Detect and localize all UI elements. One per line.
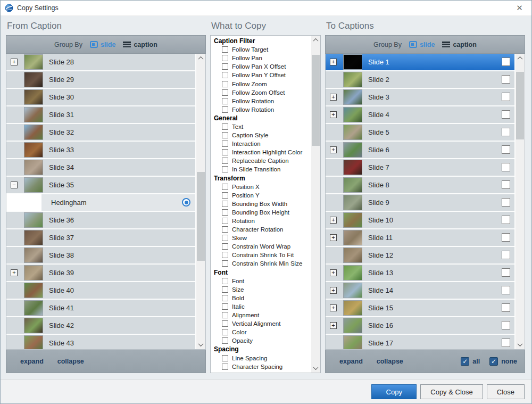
copy-option[interactable]: Alignment [214,311,311,319]
check-none-button[interactable]: ✓ none [489,357,517,366]
option-checkbox[interactable] [222,218,228,224]
copy-option[interactable]: Follow Target [214,45,311,54]
scroll-up-icon[interactable] [196,54,205,63]
slide-row[interactable]: +Slide 14 [326,282,514,299]
slide-row[interactable]: +Slide 15 [326,300,514,316]
scroll-up-icon[interactable] [311,36,320,45]
copy-option[interactable]: Follow Zoom Offset [214,88,311,97]
copy-option[interactable]: Replaceable Caption [214,156,311,165]
slide-row[interactable]: Slide 41 [6,300,195,316]
slide-checkbox[interactable] [502,110,510,119]
slide-row[interactable]: Slide 37 [6,229,195,246]
option-checkbox[interactable] [222,72,228,78]
copy-option[interactable]: Constrain Shrink To Fit [214,251,311,259]
option-checkbox[interactable] [222,192,228,199]
copy-option[interactable]: Bounding Box Width [214,200,311,208]
slide-row[interactable]: Slide 17 [326,335,514,349]
option-checkbox[interactable] [222,226,228,233]
option-checkbox[interactable] [222,337,228,344]
slide-row[interactable]: Slide 43 [6,335,195,349]
copy-option[interactable]: Rotation [214,217,311,225]
slide-row[interactable]: Slide 30 [6,89,195,105]
group-by-caption-button[interactable]: caption [442,41,476,48]
copy-option[interactable]: In Slide Transition [214,165,311,174]
caption-radio-selected[interactable] [182,198,190,207]
collapse-icon[interactable]: − [11,182,18,188]
slide-checkbox[interactable] [502,163,510,171]
slide-row[interactable]: Slide 33 [6,142,195,158]
slide-row[interactable]: +Slide 13 [326,265,514,281]
caption-row[interactable]: Hedingham [6,194,195,211]
copy-option[interactable]: Constrain Shrink Min Size [214,259,311,268]
from-list-scrollbar[interactable] [196,54,205,349]
scrollbar-thumb[interactable] [516,72,524,140]
copy-option[interactable]: Character Rotation [214,225,311,234]
slide-checkbox[interactable] [502,286,510,294]
copy-option[interactable]: Color [214,328,311,336]
copy-button[interactable]: Copy [371,384,417,399]
to-list-scrollbar[interactable] [516,54,525,349]
expand-icon[interactable]: + [330,111,337,118]
copy-option[interactable]: Follow Zoom [214,79,311,88]
copy-option[interactable]: Follow Pan Y Offset [214,71,311,79]
slide-row[interactable]: Slide 36 [6,212,195,228]
slide-checkbox[interactable] [502,268,510,277]
expand-icon[interactable]: + [330,59,337,65]
slide-row[interactable]: Slide 2 [326,71,514,88]
slide-row[interactable]: Slide 42 [6,317,195,334]
scrollbar-thumb[interactable] [197,172,205,261]
slide-row[interactable]: +Slide 39 [6,265,195,281]
group-by-slide-button[interactable]: slide [409,41,435,48]
option-checkbox[interactable] [222,98,228,104]
copy-option[interactable]: Follow Rotation [214,105,311,114]
scroll-up-icon[interactable] [516,54,525,63]
slide-row[interactable]: Slide 7 [326,159,514,176]
option-checkbox[interactable] [222,235,228,241]
group-by-caption-button[interactable]: caption [123,41,157,48]
option-checkbox[interactable] [222,303,228,310]
option-checkbox[interactable] [222,243,228,250]
scroll-down-icon[interactable] [196,340,205,349]
slide-checkbox[interactable] [502,216,510,224]
option-checkbox[interactable] [222,166,228,172]
copy-option[interactable]: Bounding Box Height [214,208,311,217]
slide-row[interactable]: Slide 31 [6,106,195,123]
expand-icon[interactable]: + [330,217,337,224]
copy-option[interactable]: Position Y [214,191,311,200]
collapse-all-button[interactable]: collapse [57,358,84,365]
close-button[interactable]: Close [487,384,525,399]
option-checkbox[interactable] [222,46,228,53]
scroll-down-icon[interactable] [516,340,525,349]
slide-checkbox[interactable] [502,75,510,84]
slide-row[interactable]: Slide 34 [6,159,195,176]
group-by-slide-button[interactable]: slide [90,41,116,48]
copy-option[interactable]: Line Spacing [214,353,311,362]
copy-option[interactable]: Constrain Word Wrap [214,242,311,251]
option-checkbox[interactable] [222,55,228,61]
expand-icon[interactable]: + [330,234,337,241]
copy-option[interactable]: Size [214,285,311,294]
expand-icon[interactable]: + [11,269,18,276]
copy-option[interactable]: Position X [214,183,311,191]
option-checkbox[interactable] [222,286,228,293]
slide-checkbox[interactable] [502,180,510,189]
option-checkbox[interactable] [222,81,228,87]
slide-row[interactable]: Slide 8 [326,177,514,193]
scroll-down-icon[interactable] [311,364,320,373]
slide-row[interactable]: +Slide 1 [326,54,514,70]
copy-option[interactable]: Italic [214,302,311,311]
slide-row[interactable]: Slide 12 [326,247,514,263]
slide-row[interactable]: Slide 38 [6,247,195,263]
expand-all-button[interactable]: expand [20,358,44,365]
check-all-button[interactable]: ✓ all [461,357,480,366]
check-none-checkbox[interactable]: ✓ [489,357,498,366]
copy-option[interactable]: Text [214,122,311,131]
check-all-checkbox[interactable]: ✓ [461,357,469,366]
slide-checkbox[interactable] [502,321,510,329]
option-checkbox[interactable] [222,260,228,267]
slide-row[interactable]: Slide 29 [6,71,195,88]
slide-checkbox[interactable] [502,93,510,101]
expand-icon[interactable]: + [11,59,18,65]
expand-all-button[interactable]: expand [339,358,363,365]
option-checkbox[interactable] [222,329,228,335]
